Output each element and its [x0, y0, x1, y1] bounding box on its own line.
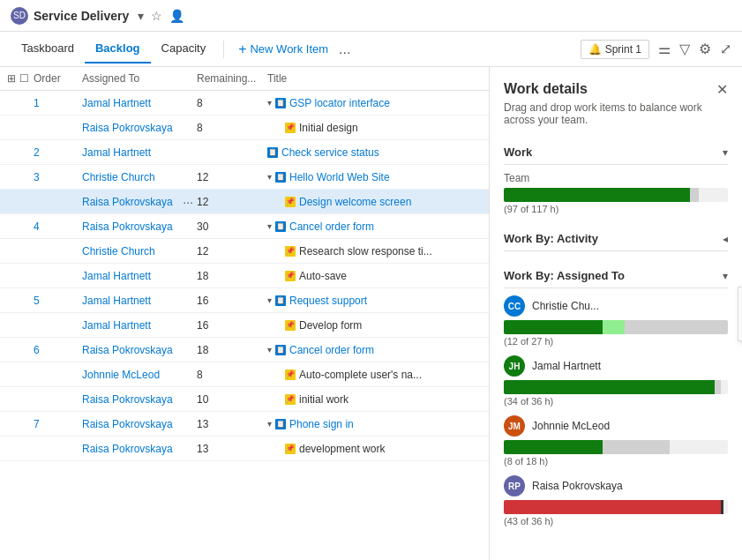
row-assigned[interactable]: Johnnie McLeod — [82, 369, 197, 381]
row-title-text[interactable]: Hello World Web Site — [289, 171, 390, 183]
collapse-icon[interactable]: ▾ — [267, 172, 272, 182]
row-assigned[interactable]: Raisa Pokrovskaya — [82, 443, 197, 455]
avatar-christie: CC — [504, 295, 525, 317]
header-remaining[interactable]: Remaining... — [197, 72, 267, 85]
expand-icon[interactable]: ⤢ — [720, 41, 731, 57]
main-content: ⊞ ☐ Order Assigned To Remaining... Title… — [0, 67, 742, 560]
sprint-selector[interactable]: 🔔 Sprint 1 — [581, 40, 649, 59]
row-assigned[interactable]: Jamal Hartnett — [82, 295, 197, 307]
collapse-icon[interactable]: ▾ — [267, 419, 272, 429]
task-icon: 📌 — [285, 370, 296, 380]
raisa-bar[interactable] — [504, 500, 728, 514]
header-add[interactable]: ⊞ ☐ — [7, 72, 34, 85]
row-assigned[interactable]: Raisa Pokrovskaya — [82, 418, 197, 430]
story-icon: 📋 — [267, 147, 278, 158]
collapse-icon[interactable]: ▾ — [267, 295, 272, 305]
person-row-jamal: JH Jamal Hartnett — [504, 355, 728, 377]
row-title-text[interactable]: Request support — [289, 295, 367, 307]
person-icon[interactable]: 👤 — [169, 9, 184, 23]
christie-bar[interactable] — [504, 320, 728, 334]
tooltip-design-welcome: Design welcomescreen — [738, 287, 742, 341]
row-order: 5 — [34, 295, 82, 307]
johnnie-bar-remaining — [603, 440, 670, 454]
settings-icon[interactable]: ⚙ — [699, 41, 711, 57]
avatar-jamal: JH — [504, 355, 525, 377]
assigned-toggle[interactable]: ▾ — [723, 270, 728, 282]
row-assigned[interactable]: Jamal Hartnett — [82, 270, 197, 282]
person-row-raisa: RP Raisa Pokrovskaya — [504, 475, 728, 497]
row-remaining: 18 — [197, 344, 267, 356]
row-title-text[interactable]: Phone sign in — [289, 418, 354, 430]
row-title-text[interactable]: Initial design — [299, 122, 358, 134]
row-remaining: 8 — [197, 122, 267, 134]
avatar-johnnie: JM — [504, 415, 525, 437]
row-title-text[interactable]: Develop form — [299, 319, 362, 332]
work-section-title: Work — [504, 146, 532, 159]
top-bar: SD Service Delivery ▾ ☆ 👤 — [0, 0, 742, 32]
header-assigned[interactable]: Assigned To — [82, 72, 197, 85]
more-options-button[interactable]: ... — [335, 38, 354, 61]
jamal-bar[interactable] — [504, 380, 728, 394]
team-bar-remaining — [690, 188, 699, 202]
row-assigned[interactable]: Raisa Pokrovskaya — [82, 122, 197, 134]
filter-settings-icon[interactable]: ⚌ — [658, 41, 671, 57]
row-assigned[interactable]: Raisa Pokrovskaya — [82, 393, 197, 406]
row-title-text[interactable]: Auto-save — [299, 270, 347, 282]
work-by-assigned-title: Work By: Assigned To — [504, 269, 625, 282]
chevron-down-icon[interactable]: ▾ — [138, 9, 144, 23]
table-row-selected: Raisa Pokrovskaya ··· 12 📌 Design welcom… — [0, 190, 489, 214]
row-title-text[interactable]: initial work — [299, 393, 349, 406]
tab-taskboard[interactable]: Taskboard — [11, 34, 85, 63]
new-work-item-button[interactable]: + New Work Item — [231, 38, 335, 61]
row-title-text[interactable]: development work — [299, 443, 385, 455]
row-assigned[interactable]: Jamal Hartnett — [82, 97, 197, 109]
raisa-bar-fill — [504, 500, 721, 514]
row-title: ▾ 📋 Cancel order form — [267, 220, 482, 233]
row-title: 📌 development work — [267, 443, 482, 455]
row-assigned[interactable]: Christie Church — [82, 171, 197, 183]
jamal-bar-label: (34 of 36 h) — [504, 396, 728, 407]
person-row-johnnie: JM Johnnie McLeod — [504, 415, 728, 437]
nav-right: 🔔 Sprint 1 ⚌ ▽ ⚙ ⤢ — [581, 40, 731, 59]
table-row: 3 Christie Church 12 ▾ 📋 Hello World Web… — [0, 165, 489, 190]
person-name-christie: Christie Chu... — [532, 300, 599, 312]
collapse-icon[interactable]: ▾ — [267, 98, 272, 108]
row-title-text[interactable]: Cancel order form — [289, 220, 374, 233]
row-assigned[interactable]: Jamal Hartnett — [82, 146, 197, 159]
row-assigned[interactable]: Christie Church — [82, 245, 197, 258]
row-title-text[interactable]: Check service status — [281, 146, 379, 159]
collapse-icon[interactable]: ▾ — [267, 345, 272, 355]
table-row: 5 Jamal Hartnett 16 ▾ 📋 Request support — [0, 288, 489, 313]
tab-backlog[interactable]: Backlog — [85, 34, 151, 63]
christie-bar-remaining — [625, 320, 728, 334]
star-icon[interactable]: ☆ — [151, 9, 162, 23]
row-title-text[interactable]: GSP locator interface — [289, 97, 390, 109]
tab-capacity[interactable]: Capacity — [151, 34, 217, 63]
collapse-icon[interactable]: ▾ — [267, 221, 272, 231]
app-title: Service Delivery — [34, 9, 129, 23]
row-assigned[interactable]: Raisa Pokrovskaya — [82, 196, 173, 208]
person-section-christie: CC Christie Chu... (12 of 27 h) Design w… — [504, 295, 728, 347]
row-more-button[interactable]: ··· — [179, 195, 197, 209]
work-section-toggle[interactable]: ▾ — [723, 146, 728, 159]
row-remaining: 16 — [197, 295, 267, 307]
row-remaining: 16 — [197, 319, 267, 332]
row-title-text[interactable]: Research slow response ti... — [299, 245, 432, 258]
task-icon: 📌 — [285, 394, 296, 405]
row-title-text[interactable]: Auto-complete user's na... — [299, 369, 422, 381]
person-section-raisa: RP Raisa Pokrovskaya (43 of 36 h) — [504, 475, 728, 526]
activity-toggle[interactable]: ◂ — [723, 233, 728, 245]
christie-bar-highlight — [603, 320, 625, 334]
row-title-text[interactable]: Design welcome screen — [299, 196, 411, 208]
row-assigned[interactable]: Raisa Pokrovskaya — [82, 344, 197, 356]
filter-icon[interactable]: ▽ — [679, 41, 690, 57]
checkbox-header[interactable]: ☐ — [19, 72, 29, 85]
johnnie-bar[interactable] — [504, 440, 728, 454]
close-button[interactable]: ✕ — [716, 81, 728, 98]
row-assigned[interactable]: Raisa Pokrovskaya — [82, 220, 197, 233]
person-section-jamal: JH Jamal Hartnett (34 of 36 h) — [504, 355, 728, 407]
add-icon[interactable]: ⊞ — [7, 72, 16, 85]
row-assigned[interactable]: Jamal Hartnett — [82, 319, 197, 332]
header-order: Order — [34, 72, 82, 85]
row-title-text[interactable]: Cancel order form — [289, 344, 374, 356]
